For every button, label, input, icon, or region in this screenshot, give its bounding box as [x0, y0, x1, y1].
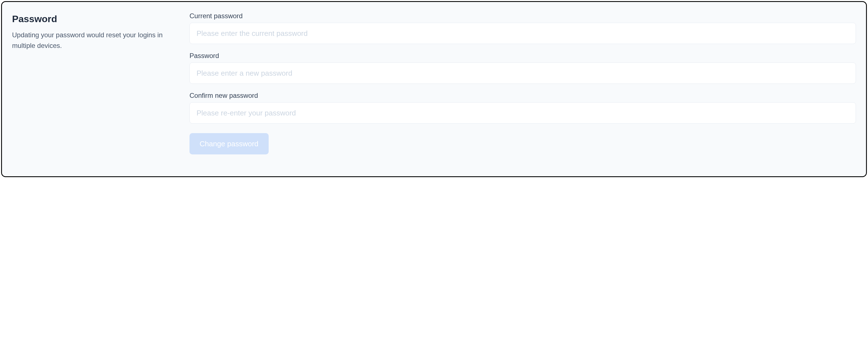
section-description: Updating your password would reset your … [12, 30, 169, 51]
current-password-field: Current password [189, 12, 856, 44]
submit-row: Change password [189, 133, 856, 154]
change-password-button[interactable]: Change password [189, 133, 269, 154]
current-password-input[interactable] [189, 23, 856, 44]
password-settings-card: Password Updating your password would re… [1, 1, 867, 177]
new-password-field: Password [189, 52, 856, 84]
confirm-password-label: Confirm new password [189, 92, 856, 100]
password-form: Current password Password Confirm new pa… [189, 12, 856, 165]
new-password-label: Password [189, 52, 856, 60]
current-password-label: Current password [189, 12, 856, 20]
confirm-password-field: Confirm new password [189, 92, 856, 124]
new-password-input[interactable] [189, 63, 856, 84]
section-header: Password Updating your password would re… [12, 12, 169, 165]
confirm-password-input[interactable] [189, 102, 856, 124]
section-title: Password [12, 13, 169, 25]
